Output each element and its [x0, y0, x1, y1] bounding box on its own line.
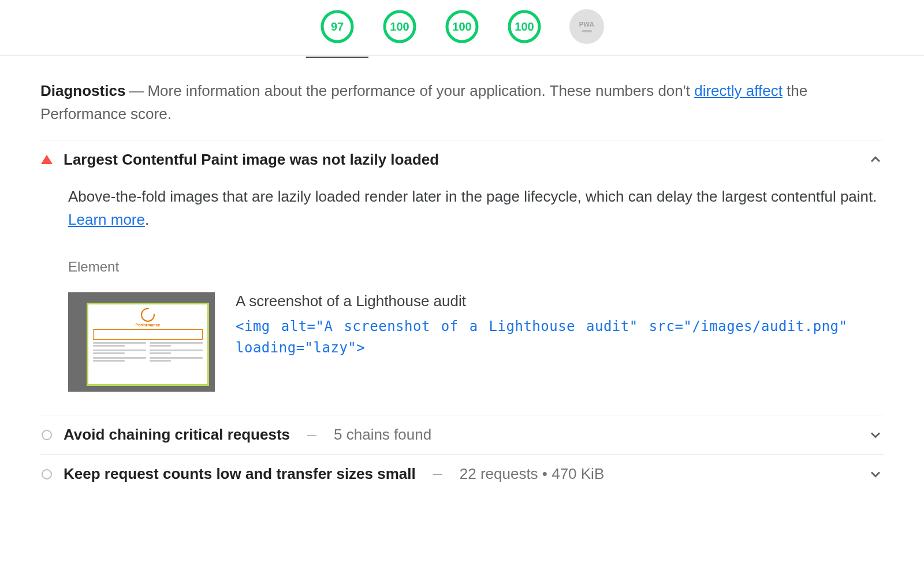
learn-more-link[interactable]: Learn more: [68, 211, 145, 228]
score-value: 100: [390, 20, 409, 34]
diagnostics-desc-prefix: More information about the performance o…: [147, 82, 694, 99]
audit-title: Largest Contentful Paint image was not l…: [64, 151, 439, 169]
chevron-down-icon: [867, 466, 884, 482]
diagnostics-title: Diagnostics: [40, 82, 125, 99]
circle-neutral-icon: [42, 430, 52, 440]
score-gauge-seo[interactable]: 100: [507, 9, 542, 44]
audit-lcp-lazy: Largest Contentful Paint image was not l…: [40, 140, 884, 415]
score-value: 100: [452, 20, 471, 34]
audit-toggle[interactable]: Keep request counts low and transfer siz…: [40, 455, 884, 493]
score-gauge-pwa[interactable]: PWA: [569, 9, 604, 44]
triangle-warning-icon: [41, 155, 53, 164]
score-value: 100: [515, 20, 534, 34]
score-gauge-accessibility[interactable]: 100: [382, 9, 417, 44]
element-column-header: Element: [68, 259, 884, 275]
score-gauge-performance[interactable]: 97: [320, 9, 355, 44]
diagnostics-link[interactable]: directly affect: [694, 82, 783, 99]
score-gauge-best-practices[interactable]: 100: [445, 9, 479, 44]
chevron-down-icon: [867, 427, 884, 443]
audit-toggle[interactable]: Avoid chaining critical requests — 5 cha…: [40, 415, 884, 454]
element-caption: A screenshot of a Lighthouse audit: [236, 292, 884, 310]
chevron-up-icon: [867, 151, 884, 168]
audit-title: Keep request counts low and transfer siz…: [64, 465, 416, 483]
score-header: 97 100 100 100 PWA: [0, 0, 924, 56]
element-thumbnail: Performance: [68, 292, 215, 392]
audit-critical-chains: Avoid chaining critical requests — 5 cha…: [40, 415, 884, 454]
pwa-label: PWA: [579, 21, 595, 28]
audit-request-counts: Keep request counts low and transfer siz…: [40, 454, 884, 493]
active-tab-underline: [306, 57, 368, 58]
audit-description: Above-the-fold images that are lazily lo…: [68, 185, 884, 232]
diagnostics-header: Diagnostics—More information about the p…: [40, 79, 884, 126]
score-value: 97: [331, 20, 344, 34]
audit-toggle[interactable]: Largest Contentful Paint image was not l…: [40, 140, 884, 179]
audit-sub: 22 requests • 470 KiB: [460, 465, 604, 483]
circle-neutral-icon: [42, 469, 52, 479]
audit-title: Avoid chaining critical requests: [64, 426, 290, 444]
audit-sub: 5 chains found: [334, 426, 431, 444]
pwa-bar-icon: [582, 30, 592, 32]
element-code-snippet: <img alt="A screenshot of a Lighthouse a…: [236, 316, 884, 359]
